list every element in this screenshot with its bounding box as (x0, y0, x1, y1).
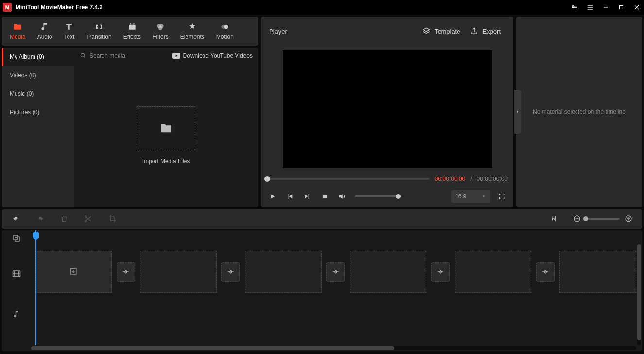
media-panel: Media Audio Text Transition Effects Filt… (2, 17, 258, 207)
svg-point-21 (85, 220, 86, 222)
tab-audio[interactable]: Audio (32, 17, 58, 46)
svg-point-16 (81, 53, 84, 57)
player-title: Player (269, 28, 287, 35)
maximize-button[interactable] (617, 3, 626, 12)
tab-transition-label: Transition (86, 34, 111, 40)
aspect-ratio-value: 16:9 (455, 193, 466, 200)
stop-button[interactable] (320, 191, 330, 202)
minimize-button[interactable] (601, 3, 610, 12)
template-icon (422, 27, 431, 35)
export-label: Export (482, 28, 501, 35)
panel-expand-handle[interactable] (514, 90, 521, 134)
media-cat-music[interactable]: Music (0) (2, 85, 74, 103)
tab-elements[interactable]: Elements (174, 17, 210, 46)
media-cat-pictures[interactable]: Pictures (0) (2, 103, 74, 122)
transition-slot[interactable] (536, 262, 555, 282)
zoom-out-button[interactable] (573, 215, 581, 223)
menu-icon[interactable] (586, 3, 594, 12)
volume-button[interactable] (337, 191, 348, 202)
close-button[interactable] (632, 3, 641, 12)
app-logo-icon: M (3, 3, 12, 12)
title-bar: M MiniTool MovieMaker Free 7.4.2 (0, 0, 644, 15)
next-frame-button[interactable] (302, 191, 313, 202)
search-media[interactable]: Search media (80, 53, 169, 59)
svg-point-9 (130, 23, 131, 25)
template-button[interactable]: Template (417, 27, 465, 35)
search-icon (80, 53, 86, 59)
svg-line-17 (84, 57, 85, 58)
clip-placeholder[interactable] (140, 251, 217, 293)
export-button[interactable]: Export (465, 27, 506, 35)
audio-track[interactable] (31, 300, 636, 329)
zoom-in-button[interactable] (625, 215, 632, 223)
tab-motion-label: Motion (216, 34, 234, 40)
time-current: 00:00:00.00 (435, 176, 465, 182)
volume-slider[interactable] (355, 195, 398, 197)
tab-text[interactable]: Text (58, 17, 80, 46)
scrub-slider[interactable] (267, 178, 430, 180)
add-track-button[interactable] (2, 230, 31, 246)
crop-button[interactable] (108, 214, 117, 223)
youtube-icon (172, 53, 180, 59)
split-button[interactable] (84, 214, 92, 223)
tab-media[interactable]: Media (4, 17, 32, 46)
tab-transition[interactable]: Transition (80, 17, 117, 46)
timeline-body[interactable] (31, 230, 636, 345)
upgrade-key-icon[interactable] (570, 3, 579, 12)
undo-button[interactable] (12, 214, 20, 223)
timeline-ruler[interactable] (31, 230, 636, 244)
clip-placeholder[interactable] (245, 251, 322, 293)
svg-point-20 (85, 216, 86, 217)
folder-icon (159, 122, 173, 135)
redo-button[interactable] (36, 214, 45, 223)
fullscreen-button[interactable] (497, 191, 508, 202)
timeline-toolbar (2, 209, 642, 229)
video-track[interactable] (31, 248, 636, 296)
clip-placeholder[interactable] (35, 251, 112, 293)
media-cat-album[interactable]: My Album (0) (2, 48, 74, 66)
tab-media-label: Media (10, 34, 26, 40)
tab-effects[interactable]: Effects (118, 17, 147, 46)
clip-placeholder[interactable] (559, 251, 636, 293)
chevron-right-icon (516, 109, 520, 115)
transition-slot[interactable] (431, 262, 450, 282)
svg-rect-5 (620, 6, 623, 9)
media-categories: My Album (0) Videos (0) Music (0) Pictur… (2, 48, 74, 207)
svg-point-13 (158, 26, 162, 30)
svg-point-15 (221, 25, 225, 29)
tab-audio-label: Audio (37, 34, 52, 40)
audio-track-icon (2, 298, 31, 331)
timeline-vertical-scrollbar[interactable] (637, 244, 641, 345)
export-icon (470, 27, 478, 35)
tab-filters[interactable]: Filters (147, 17, 174, 46)
import-media-label: Import Media Files (142, 158, 190, 165)
tool-tabs: Media Audio Text Transition Effects Filt… (2, 17, 258, 46)
transition-slot[interactable] (326, 262, 345, 282)
play-button[interactable] (267, 191, 278, 202)
aspect-ratio-select[interactable]: 16:9 (451, 190, 490, 203)
tab-elements-label: Elements (180, 34, 204, 40)
fit-timeline-button[interactable] (550, 215, 558, 223)
svg-rect-19 (323, 195, 327, 198)
zoom-slider[interactable] (586, 218, 620, 220)
chevron-down-icon (481, 194, 486, 199)
time-total: 00:00:00:00 (477, 176, 508, 182)
svg-rect-8 (129, 25, 135, 30)
playhead[interactable] (35, 230, 36, 345)
timeline-horizontal-scrollbar[interactable] (31, 346, 636, 350)
tab-motion[interactable]: Motion (210, 17, 239, 46)
clip-placeholder[interactable] (455, 251, 531, 293)
transition-slot[interactable] (221, 262, 240, 282)
transition-slot[interactable] (117, 262, 136, 282)
download-youtube-button[interactable]: Download YouTube Videos (172, 53, 253, 59)
svg-point-0 (573, 6, 574, 7)
prev-frame-button[interactable] (285, 191, 295, 202)
video-preview[interactable] (283, 50, 492, 168)
tab-effects-label: Effects (123, 34, 141, 40)
media-cat-videos[interactable]: Videos (0) (2, 66, 74, 85)
delete-button[interactable] (60, 214, 68, 223)
clip-placeholder[interactable] (350, 251, 426, 293)
app-title: MiniTool MovieMaker Free 7.4.2 (16, 4, 102, 11)
download-icon (68, 267, 78, 277)
import-media-dropzone[interactable] (137, 106, 195, 150)
